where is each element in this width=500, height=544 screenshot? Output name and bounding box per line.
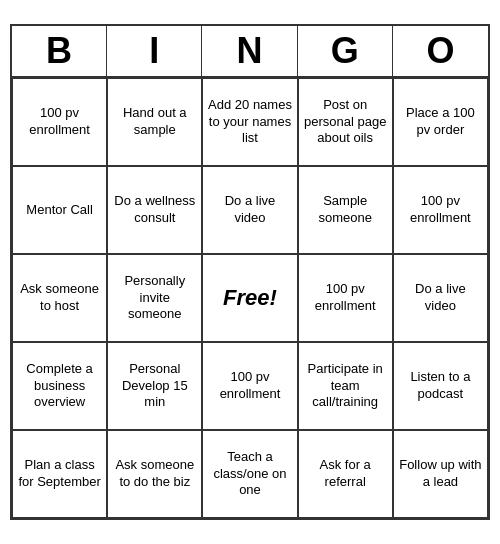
bingo-header: BINGO (12, 26, 488, 78)
bingo-cell-23: Ask for a referral (298, 430, 393, 518)
bingo-cell-15: Complete a business overview (12, 342, 107, 430)
header-letter-O: O (393, 26, 488, 76)
header-letter-N: N (202, 26, 297, 76)
bingo-cell-6: Do a wellness consult (107, 166, 202, 254)
bingo-cell-17: 100 pv enrollment (202, 342, 297, 430)
bingo-card: BINGO 100 pv enrollmentHand out a sample… (10, 24, 490, 520)
bingo-cell-4: Place a 100 pv order (393, 78, 488, 166)
bingo-cell-5: Mentor Call (12, 166, 107, 254)
bingo-cell-7: Do a live video (202, 166, 297, 254)
header-letter-G: G (298, 26, 393, 76)
header-letter-B: B (12, 26, 107, 76)
bingo-grid: 100 pv enrollmentHand out a sampleAdd 20… (12, 78, 488, 518)
bingo-cell-1: Hand out a sample (107, 78, 202, 166)
bingo-cell-19: Listen to a podcast (393, 342, 488, 430)
bingo-cell-21: Ask someone to do the biz (107, 430, 202, 518)
bingo-cell-0: 100 pv enrollment (12, 78, 107, 166)
bingo-cell-11: Personally invite someone (107, 254, 202, 342)
bingo-cell-9: 100 pv enrollment (393, 166, 488, 254)
bingo-cell-12: Free! (202, 254, 297, 342)
bingo-cell-24: Follow up with a lead (393, 430, 488, 518)
bingo-cell-8: Sample someone (298, 166, 393, 254)
bingo-cell-14: Do a live video (393, 254, 488, 342)
bingo-cell-22: Teach a class/one on one (202, 430, 297, 518)
bingo-cell-10: Ask someone to host (12, 254, 107, 342)
bingo-cell-13: 100 pv enrollment (298, 254, 393, 342)
bingo-cell-18: Participate in team call/training (298, 342, 393, 430)
bingo-cell-16: Personal Develop 15 min (107, 342, 202, 430)
bingo-cell-20: Plan a class for September (12, 430, 107, 518)
bingo-cell-2: Add 20 names to your names list (202, 78, 297, 166)
header-letter-I: I (107, 26, 202, 76)
bingo-cell-3: Post on personal page about oils (298, 78, 393, 166)
